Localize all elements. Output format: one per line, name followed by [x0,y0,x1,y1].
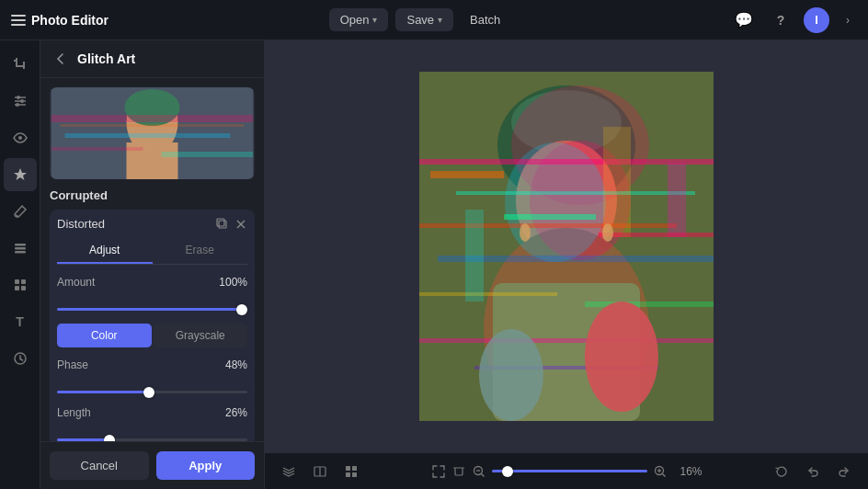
svg-point-62 [602,223,613,242]
svg-rect-69 [346,466,350,471]
svg-rect-29 [61,124,245,127]
main-glitch-image [419,72,714,421]
phase-value: 48% [211,358,247,371]
svg-rect-52 [585,301,714,307]
svg-rect-53 [419,338,714,343]
svg-rect-73 [455,468,463,475]
open-chevron-icon: ▾ [372,15,377,25]
cancel-button[interactable]: Cancel [50,451,149,480]
tab-erase[interactable]: Erase [153,238,248,264]
amount-slider[interactable] [57,308,247,311]
eye-icon [12,130,29,146]
effects-icon [12,166,29,183]
open-button[interactable]: Open ▾ [329,8,389,31]
avatar[interactable]: I [804,7,829,33]
sidebar-layers-button[interactable] [4,232,37,265]
svg-rect-26 [65,133,231,138]
fit-button[interactable] [431,459,446,484]
amount-slider-container [57,298,247,314]
panel-title: Glitch Art [77,51,135,66]
distorted-close-button[interactable] [234,218,247,231]
help-icon-button[interactable]: ? [767,6,794,34]
color-toggle-button[interactable]: Color [57,324,152,347]
close-icon [234,218,247,231]
topbar-right: 💬 ? I › [730,6,857,34]
zoom-slider[interactable] [492,470,647,472]
refresh-button[interactable] [769,459,794,484]
color-toggle: Color Grayscale [57,324,247,347]
distorted-header: Distorted [57,217,247,231]
undo-icon [805,464,820,479]
save-button[interactable]: Save ▾ [395,8,453,31]
grid-button[interactable] [338,459,364,484]
length-label: Length [57,406,211,419]
panel-back-button[interactable] [51,50,70,68]
svg-rect-28 [162,152,254,157]
main-image-container [419,72,714,421]
apply-button[interactable]: Apply [156,451,256,480]
zoom-in-button[interactable] [653,461,668,483]
distorted-icons [216,218,247,231]
sidebar-effects-button[interactable] [4,158,37,191]
tab-adjust[interactable]: Adjust [57,238,153,264]
distorted-copy-button[interactable] [216,218,229,231]
text-icon: T [16,314,24,329]
svg-rect-58 [430,171,504,178]
thumbnail-glitch-preview [50,87,255,179]
redo-button[interactable] [831,459,857,484]
svg-rect-71 [346,472,350,477]
distorted-title: Distorted [57,217,216,231]
back-arrow-icon [53,51,68,66]
sidebar-adjust-button[interactable] [4,85,37,118]
canvas-area: 16% [265,40,868,489]
svg-rect-57 [668,164,686,237]
svg-rect-15 [15,279,19,284]
effect-thumbnail [50,87,255,179]
tabs: Adjust Erase [57,238,247,265]
panel-header: Glitch Art [40,40,264,78]
svg-point-10 [18,136,22,140]
svg-rect-30 [219,221,226,228]
svg-rect-51 [419,292,557,296]
bottom-bar-left [276,459,364,484]
svg-rect-18 [21,286,26,290]
redo-icon [837,464,851,479]
svg-point-7 [20,99,24,103]
layers-bottom-button[interactable] [276,459,302,484]
refresh-icon [774,464,789,479]
sidebar-stickers-button[interactable] [4,268,37,301]
sidebar-crop-button[interactable] [4,48,37,81]
amount-control-row: Amount 100% [57,276,247,289]
length-control-row: Length 26% [57,406,247,419]
zoom-out-button[interactable] [472,461,486,483]
svg-point-5 [17,96,20,99]
adjustments-icon [12,93,29,109]
sidebar-text-button[interactable]: T [4,305,37,338]
bottom-right [769,459,857,484]
topbar: Photo Editor Open ▾ Save ▾ Batch 💬 ? I › [0,0,868,40]
grayscale-toggle-button[interactable]: Grayscale [154,324,248,347]
svg-rect-3 [14,60,16,62]
sidebar-eye-button[interactable] [4,121,37,154]
svg-line-82 [662,473,665,476]
undo-button[interactable] [800,459,826,484]
topbar-chevron-icon[interactable]: › [839,6,857,34]
zoom-value: 16% [673,465,702,478]
crop-bottom-button[interactable] [451,459,466,484]
sidebar-brush-button[interactable] [4,195,37,228]
menu-icon[interactable] [11,15,26,26]
amount-label: Amount [57,276,211,289]
phase-control-row: Phase 48% [57,358,247,371]
phase-slider[interactable] [57,391,247,393]
sidebar-history-button[interactable] [4,342,37,375]
topbar-center: Open ▾ Save ▾ Batch [329,8,510,31]
compare-button[interactable] [307,459,333,484]
chat-icon-button[interactable]: 💬 [730,6,758,34]
batch-button[interactable]: Batch [461,8,509,31]
canvas-center [265,40,868,452]
svg-rect-48 [456,191,695,195]
svg-rect-55 [603,127,631,237]
length-slider[interactable] [57,438,247,441]
zoom-out-icon [472,464,486,479]
distorted-card: Distorted [50,210,255,441]
